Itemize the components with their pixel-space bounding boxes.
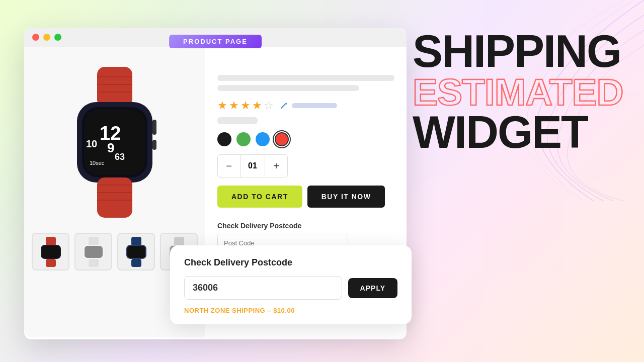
review-link[interactable] bbox=[280, 102, 337, 110]
stars-row: ★ ★ ★ ★ ☆ bbox=[217, 99, 394, 112]
traffic-light-green[interactable] bbox=[54, 34, 61, 41]
heading-line1: SHIPPING bbox=[413, 30, 624, 73]
widget-postcode-input[interactable] bbox=[184, 276, 342, 300]
svg-rect-9 bbox=[97, 177, 132, 218]
color-blue[interactable] bbox=[256, 132, 270, 146]
svg-rect-25 bbox=[85, 246, 103, 258]
add-to-cart-button[interactable]: ADD TO CART bbox=[217, 186, 302, 208]
svg-rect-11 bbox=[152, 140, 156, 150]
quantity-value: 01 bbox=[240, 155, 265, 177]
thumbnail-1[interactable] bbox=[32, 233, 69, 270]
svg-rect-20 bbox=[46, 259, 56, 267]
svg-text:63: 63 bbox=[115, 152, 125, 162]
title-skeleton-2 bbox=[217, 85, 359, 91]
price-skeleton bbox=[217, 117, 258, 124]
main-image-container: 12 9 63 10 10sec bbox=[39, 57, 190, 228]
color-options bbox=[217, 132, 394, 146]
color-red[interactable] bbox=[275, 132, 289, 146]
star-1: ★ bbox=[217, 99, 227, 112]
quantity-selector: − 01 + bbox=[217, 154, 288, 177]
heading-line3: WIDGET bbox=[413, 111, 624, 154]
quantity-decrease-button[interactable]: − bbox=[218, 155, 240, 177]
svg-rect-10 bbox=[152, 120, 156, 135]
traffic-light-yellow[interactable] bbox=[43, 34, 50, 41]
widget-apply-button[interactable]: APPLY bbox=[348, 278, 397, 298]
thumb-watch-white bbox=[78, 237, 109, 267]
star-rating: ★ ★ ★ ★ ☆ bbox=[217, 99, 274, 112]
widget-title: Check Delivery Postcode bbox=[184, 257, 397, 268]
svg-rect-21 bbox=[42, 246, 60, 258]
color-green[interactable] bbox=[236, 132, 251, 146]
delivery-widget: Check Delivery Postcode APPLY NORTH ZONE… bbox=[170, 245, 412, 324]
buy-now-button[interactable]: BUY IT NOW bbox=[307, 186, 385, 208]
svg-rect-22 bbox=[89, 237, 99, 246]
right-heading-panel: SHIPPING ESTIMATED WIDGET bbox=[413, 30, 624, 154]
svg-rect-28 bbox=[131, 259, 141, 267]
heading-line2: ESTIMATED bbox=[413, 73, 624, 111]
svg-rect-0 bbox=[97, 67, 132, 107]
edit-icon bbox=[280, 102, 288, 110]
thumb-watch-red bbox=[36, 237, 66, 267]
thumbnail-3[interactable] bbox=[117, 233, 155, 270]
svg-text:10: 10 bbox=[86, 138, 97, 149]
svg-rect-18 bbox=[46, 237, 56, 246]
browser-window: PRODUCT PAGE 12 bbox=[24, 28, 407, 339]
svg-rect-29 bbox=[127, 246, 145, 258]
review-count-bar bbox=[292, 103, 337, 108]
svg-rect-26 bbox=[131, 237, 141, 246]
title-skeleton-1 bbox=[217, 75, 394, 81]
star-5: ☆ bbox=[264, 99, 274, 112]
shipping-result: NORTH ZONE SHIPPING – $10.00 bbox=[184, 307, 397, 314]
action-buttons: ADD TO CART BUY IT NOW bbox=[217, 186, 394, 208]
thumbnail-2[interactable] bbox=[74, 233, 112, 270]
svg-text:10sec: 10sec bbox=[90, 160, 105, 166]
thumb-watch-blue bbox=[121, 237, 151, 267]
product-page-badge: PRODUCT PAGE bbox=[169, 35, 262, 48]
delivery-section-title: Check Delivery Postcode bbox=[217, 222, 394, 230]
widget-input-row: APPLY bbox=[184, 276, 397, 300]
watch-main-image: 12 9 63 10 10sec bbox=[49, 67, 180, 218]
star-4: ★ bbox=[252, 99, 262, 112]
traffic-light-red[interactable] bbox=[32, 34, 39, 41]
star-3: ★ bbox=[240, 99, 251, 112]
svg-text:9: 9 bbox=[107, 140, 114, 155]
star-2: ★ bbox=[229, 99, 239, 112]
quantity-increase-button[interactable]: + bbox=[265, 155, 287, 177]
svg-rect-24 bbox=[89, 259, 99, 267]
svg-rect-30 bbox=[174, 237, 184, 246]
color-black[interactable] bbox=[217, 132, 231, 146]
